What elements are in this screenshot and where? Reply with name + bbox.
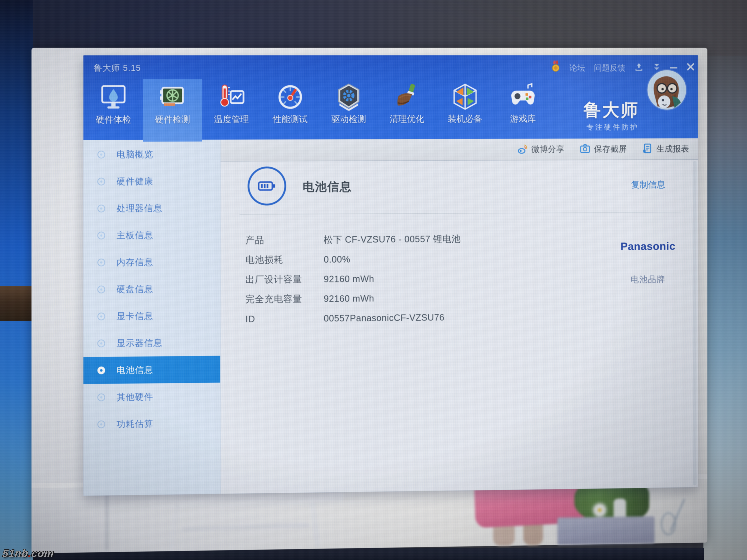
sidebar-item-power-estimate[interactable]: 功耗估算 (83, 409, 220, 438)
wallpaper-sketch-oval (661, 512, 676, 535)
sidebar-item-motherboard-info[interactable]: 主板信息 (83, 221, 220, 249)
battery-brand-caption: 电池品牌 (619, 274, 677, 285)
wallpaper-table-leg (310, 502, 320, 547)
toolbar-item-game-library[interactable]: 游戏库 (494, 79, 552, 140)
app-logo-text: 鲁大师 (584, 99, 639, 122)
report-icon (642, 143, 653, 155)
room-wall-left (0, 0, 33, 560)
gamepad-icon (510, 83, 536, 110)
table-row-product: 产品 松下 CF-VZSU76 - 00557 锂电池 (246, 229, 461, 250)
main-toolbar: 硬件体检 硬件检测 温度管理 (83, 78, 698, 142)
speedometer-icon (277, 83, 304, 111)
table-row-design-capacity: 出厂设计容量 92160 mWh (246, 268, 461, 289)
copy-info-link[interactable]: 复制信息 (631, 179, 665, 191)
radio-icon (98, 313, 105, 320)
monitor-screen: 鲁大师 5.15 论坛 问题反馈 (31, 48, 707, 553)
actions-bar: 微博分享 保存截屏 生成报表 (221, 138, 698, 162)
thermometer-chart-icon (218, 83, 245, 111)
color-cube-icon (452, 83, 479, 110)
main-column: 微博分享 保存截屏 生成报表 (221, 138, 698, 494)
toolbar-item-performance[interactable]: 性能测试 (261, 79, 319, 141)
radio-icon (98, 286, 105, 293)
toolbar-item-hardware-detect[interactable]: 硬件检测 (143, 79, 202, 142)
sidebar-item-other-hardware[interactable]: 其他硬件 (83, 382, 220, 411)
radio-icon (98, 340, 105, 347)
toolbar-item-label: 温度管理 (214, 113, 249, 125)
save-screenshot-button[interactable]: 保存截屏 (580, 143, 627, 155)
room-wall-right (703, 56, 747, 560)
monitor-drop-icon (100, 83, 127, 111)
weibo-share-button[interactable]: 微博分享 (517, 143, 564, 155)
sidebar: 电脑概览 硬件健康 处理器信息 主板信息 (83, 140, 221, 496)
radio-icon (98, 205, 105, 212)
page-title: 电池信息 (303, 179, 352, 195)
toolbar-item-label: 清理优化 (390, 113, 424, 125)
battery-info-table: 产品 松下 CF-VZSU76 - 00557 锂电池 电池损耗 0.00% 出… (246, 229, 461, 329)
toolbar-item-label: 游戏库 (510, 113, 536, 125)
scrollbar[interactable] (693, 161, 696, 485)
radio-icon (98, 178, 105, 185)
camera-icon (580, 143, 590, 155)
toolbar-item-label: 硬件检测 (155, 113, 190, 125)
wallpaper-table-crossbar (182, 523, 308, 531)
sidebar-item-gpu-info[interactable]: 显卡信息 (83, 302, 220, 330)
radio-icon (98, 151, 105, 159)
radio-icon (98, 420, 105, 428)
brush-icon (393, 83, 420, 111)
brand-logo-area: 鲁大师 专注硬件防护 (573, 57, 698, 140)
toolbar-item-hardware-checkup[interactable]: 硬件体检 (84, 79, 143, 142)
toolbar-item-label: 装机必备 (448, 113, 483, 125)
sidebar-item-computer-overview[interactable]: 电脑概览 (83, 141, 220, 168)
sidebar-item-cpu-info[interactable]: 处理器信息 (83, 194, 220, 222)
radio-icon (98, 394, 105, 401)
toolbar-item-label: 硬件体检 (96, 114, 131, 126)
toolbar-item-label: 驱动检测 (331, 113, 366, 125)
photo-of-monitor: 鲁大师 5.15 论坛 问题反馈 (0, 0, 747, 560)
app-logo-tagline: 专注硬件防护 (587, 122, 639, 132)
window-body: 电脑概览 硬件健康 处理器信息 主板信息 (83, 138, 698, 496)
sidebar-item-disk-info[interactable]: 硬盘信息 (83, 275, 220, 303)
toolbar-item-pc-builder[interactable]: 装机必备 (436, 79, 494, 141)
watermark: 51nb.com (2, 547, 55, 559)
medal-icon[interactable] (551, 60, 561, 75)
wooden-shelf (0, 286, 36, 321)
wallpaper-table-leg (168, 504, 180, 549)
weibo-icon (517, 143, 528, 155)
radio-icon (98, 367, 105, 374)
radio-icon (98, 232, 105, 239)
sidebar-item-battery-info[interactable]: 电池信息 (83, 356, 220, 384)
battery-icon (248, 166, 286, 206)
gpu-card-icon (159, 83, 186, 111)
master-lu-app-window: 鲁大师 5.15 论坛 问题反馈 (83, 55, 698, 496)
sidebar-item-hardware-health[interactable]: 硬件健康 (83, 167, 220, 195)
wallpaper-planter-box (557, 516, 654, 545)
sidebar-item-memory-info[interactable]: 内存信息 (83, 248, 220, 276)
table-row-full-charge-capacity: 完全充电容量 92160 mWh (246, 288, 461, 309)
toolbar-item-driver-detect[interactable]: 驱动检测 (319, 79, 378, 141)
toolbar-item-label: 性能测试 (273, 113, 308, 125)
sidebar-item-display-info[interactable]: 显示器信息 (83, 329, 220, 357)
header-divider (239, 212, 681, 215)
window-header: 鲁大师 5.15 论坛 问题反馈 (83, 55, 698, 140)
generate-report-button[interactable]: 生成报表 (642, 143, 689, 155)
app-title: 鲁大师 5.15 (94, 62, 141, 74)
gear-hexagon-icon (335, 83, 362, 111)
table-row-battery-wear: 电池损耗 0.00% (246, 249, 461, 270)
avatar[interactable] (647, 70, 686, 110)
table-row-id: ID 00557PanasonicCF-VZSU76 (246, 308, 461, 329)
panasonic-logo: Panasonic (619, 240, 677, 253)
toolbar-item-clean-optimize[interactable]: 清理优化 (378, 79, 436, 141)
radio-icon (98, 259, 105, 266)
toolbar-item-temperature[interactable]: 温度管理 (202, 79, 261, 141)
battery-brand-block: Panasonic 电池品牌 (619, 240, 677, 285)
battery-info-panel: 电池信息 复制信息 产品 松下 CF-VZSU76 - 00557 锂电池 电池… (221, 160, 698, 494)
